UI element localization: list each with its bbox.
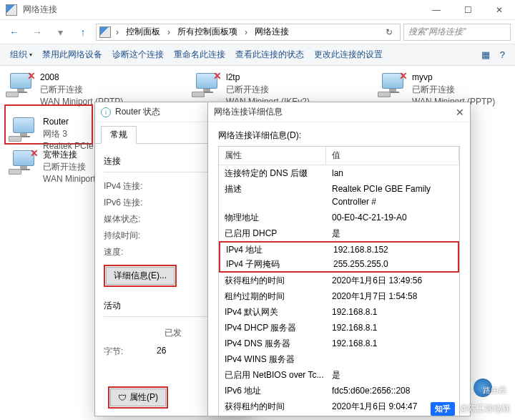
cmd-disable-device[interactable]: 禁用此网络设备	[38, 46, 107, 64]
window-controls: — ☐ ✕	[421, 0, 515, 20]
watermark-router: 路由器	[483, 385, 506, 396]
connection-icon: ✕	[10, 149, 39, 177]
bytes-label: 字节:	[104, 346, 157, 358]
cell-property: 已启用 NetBIOS over Tc...	[219, 368, 326, 381]
table-row[interactable]: IPv4 默认网关192.168.8.1	[219, 304, 459, 320]
details-button[interactable]: 详细信息(E)...	[106, 267, 175, 285]
details-label: 网络连接详细信息(D):	[218, 130, 460, 142]
refresh-button[interactable]: ↻	[381, 27, 397, 37]
table-row[interactable]: 连接特定的 DNS 后缀lan	[219, 165, 459, 181]
cell-property: 获得租约的时间	[219, 400, 326, 413]
connection-icon: ✕	[379, 72, 408, 100]
annotation-ip-box: IPv4 地址192.168.8.152IPv4 子网掩码255.255.255…	[219, 241, 459, 273]
cell-value: 192.168.8.1	[326, 337, 459, 350]
table-row[interactable]: 租约过期的时间2020年1月7日 1:54:58	[219, 288, 459, 304]
cell-value: 是	[326, 227, 459, 240]
cell-value: 255.255.255.0	[328, 258, 458, 270]
cmd-change-settings[interactable]: 更改此连接的设置	[310, 46, 387, 64]
table-row[interactable]: IPv4 子网掩码255.255.255.0	[220, 257, 458, 271]
command-bar: 组织▾ 禁用此网络设备 诊断这个连接 重命名此连接 查看此连接的状态 更改此连接…	[0, 44, 515, 66]
cell-property: 描述	[219, 182, 326, 208]
maximize-button[interactable]: ☐	[452, 0, 484, 20]
conn-name: 2008	[40, 72, 123, 84]
table-row[interactable]: 已启用 DHCP是	[219, 225, 459, 241]
nav-recent-dropdown[interactable]: ▾	[50, 22, 70, 42]
table-row[interactable]: 已启用 NetBIOS over Tc...是	[219, 367, 459, 383]
crumb-mid[interactable]: 所有控制面板项	[175, 25, 240, 39]
cell-value: 是	[326, 368, 459, 381]
connection-icon	[10, 116, 39, 145]
cell-property: IPv4 DNS 服务器	[219, 337, 326, 350]
table-row[interactable]: IPv4 WINS 服务器	[219, 351, 459, 367]
help-button[interactable]: ?	[496, 47, 509, 63]
zhihu-logo: 知乎	[431, 402, 455, 416]
conn-status: 已断开连接	[226, 84, 310, 96]
crumb-root[interactable]: 控制面板	[124, 25, 162, 39]
cell-property: IPv4 默认网关	[219, 306, 326, 318]
annotation-props-box: 🛡 属性(P)	[108, 386, 168, 409]
cell-property: 连接特定的 DNS 后缀	[219, 167, 326, 180]
cell-property: IPv4 地址	[220, 243, 328, 256]
ipv4-conn-label: IPv4 连接:	[104, 180, 157, 192]
conn-name: Router	[43, 116, 102, 128]
details-list[interactable]: 属性 值 连接特定的 DNS 后缀lan描述Realtek PCIe GBE F…	[218, 146, 460, 416]
table-row[interactable]: 获得租约的时间2020年1月6日 13:49:56	[219, 273, 459, 288]
cmd-organize[interactable]: 组织▾	[6, 46, 36, 64]
annotation-details-box: 详细信息(E)...	[104, 265, 177, 287]
table-row[interactable]: IPv6 地址fdc5:d60e:2656::208	[219, 383, 459, 399]
nav-back-button[interactable]: ←	[4, 22, 24, 42]
cell-value: 2020年1月6日 13:49:56	[326, 274, 459, 287]
conn-name: 宽带连接	[43, 149, 96, 161]
close-button[interactable]: ✕	[456, 107, 464, 118]
crumb-sep: ›	[165, 27, 172, 37]
connection-icon: ✕	[193, 72, 222, 100]
properties-button[interactable]: 🛡 属性(P)	[110, 389, 166, 406]
cell-value: 192.168.8.152	[328, 243, 458, 256]
conn-name: myvp	[412, 72, 495, 84]
conn-name: l2tp	[226, 72, 310, 84]
table-row[interactable]: 租约过期的时间2156年2月12日 20:49:17	[219, 414, 459, 416]
table-row[interactable]: 描述Realtek PCIe GBE Family Controller #	[219, 181, 459, 210]
cell-property: 已启用 DHCP	[219, 227, 326, 240]
cell-property: 租约过期的时间	[219, 290, 326, 303]
location-icon	[99, 26, 111, 38]
dialog-icon: i	[101, 107, 111, 117]
table-row[interactable]: 物理地址00-E0-4C-21-19-A0	[219, 210, 459, 225]
crumb-leaf[interactable]: 网络连接	[252, 25, 291, 39]
table-row[interactable]: IPv4 DNS 服务器192.168.8.1	[219, 336, 459, 351]
cell-value: Realtek PCIe GBE Family Controller #	[326, 182, 459, 208]
nav-forward-button[interactable]: →	[27, 22, 47, 42]
cmd-view-status[interactable]: 查看此连接的状态	[231, 46, 308, 64]
breadcrumb-bar[interactable]: › 控制面板 › 所有控制面板项 › 网络连接 ↻	[96, 24, 401, 41]
close-button[interactable]: ✕	[484, 0, 515, 20]
window-titlebar: 网络连接 — ☐ ✕	[0, 0, 515, 20]
dialog-title: Router 状态	[115, 106, 160, 118]
conn-type: WAN Miniport	[43, 173, 96, 185]
tab-general[interactable]: 常规	[101, 126, 137, 144]
crumb-sep: ›	[114, 27, 121, 37]
col-value[interactable]: 值	[326, 147, 459, 165]
shield-icon: 🛡	[118, 393, 127, 403]
duration-label: 持续时间:	[104, 230, 157, 242]
minimize-button[interactable]: —	[421, 0, 452, 20]
cell-property: 获得租约的时间	[219, 274, 326, 287]
cell-property: IPv4 子网掩码	[220, 258, 328, 270]
cell-value: 192.168.8.1	[326, 321, 459, 334]
table-row[interactable]: 获得租约的时间2020年1月6日 9:04:47	[219, 399, 459, 414]
cmd-diagnose[interactable]: 诊断这个连接	[108, 46, 168, 64]
table-row[interactable]: IPv4 DHCP 服务器192.168.8.1	[219, 320, 459, 336]
conn-status: 网络 3	[43, 128, 102, 140]
watermark-user: @陈工聊物联	[459, 403, 511, 415]
view-options-button[interactable]: ▦	[477, 47, 494, 63]
conn-status: 已断开连接	[40, 84, 123, 96]
search-input[interactable]: 搜索"网络连接"	[403, 24, 511, 41]
cell-property: 物理地址	[219, 211, 326, 224]
media-state-label: 媒体状态:	[104, 213, 157, 225]
dialog-titlebar[interactable]: 网络连接详细信息 ✕	[208, 102, 470, 122]
cell-property: IPv4 DHCP 服务器	[219, 321, 326, 334]
col-property[interactable]: 属性	[219, 147, 326, 165]
cmd-rename[interactable]: 重命名此连接	[170, 46, 230, 64]
table-row[interactable]: IPv4 地址192.168.8.152	[220, 243, 458, 257]
nav-up-button[interactable]: ↑	[73, 22, 93, 42]
cell-property: IPv6 地址	[219, 384, 326, 397]
